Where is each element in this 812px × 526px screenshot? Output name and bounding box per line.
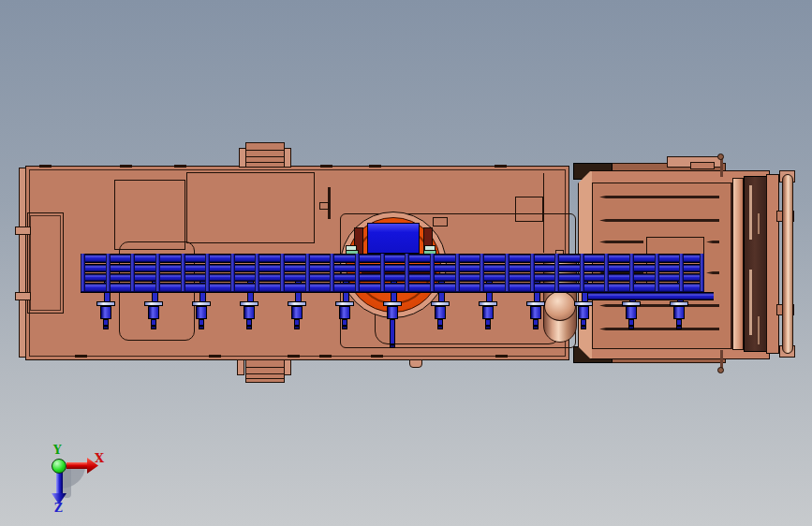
panel-seam-dash [209, 355, 221, 358]
boom-post [106, 254, 111, 291]
boom-post [81, 254, 85, 291]
boom-post [480, 254, 484, 291]
x-axis-label: X [95, 451, 104, 465]
boom-post [655, 254, 659, 291]
mirror-head-bottom [717, 367, 724, 373]
wiper-blade [749, 270, 752, 335]
spray-nozzle-shaft [581, 319, 586, 326]
boom-post [505, 254, 509, 291]
spray-nozzle-tip [676, 326, 682, 329]
cab-roof-groove [599, 241, 643, 243]
spray-nozzle-tip [199, 326, 204, 329]
boom-rail-row [81, 254, 704, 263]
spray-nozzle-body [530, 306, 541, 319]
deck-seam-right [543, 173, 544, 253]
deck-panel-main [186, 172, 315, 243]
drain-stub [409, 359, 422, 368]
center-pump-box [367, 223, 420, 254]
boom-offset-chord [588, 292, 714, 300]
spray-nozzle-shaft [533, 319, 539, 326]
bottom-ladder-steps [245, 359, 285, 383]
top-ladder-rail-right [284, 148, 291, 168]
spray-nozzle-body [435, 306, 446, 319]
valve-lever-hub [319, 202, 329, 210]
spray-nozzle-body [673, 306, 685, 319]
spray-nozzle-tip [628, 326, 634, 329]
spray-nozzle-tip [342, 326, 347, 329]
boom-post [679, 254, 684, 291]
spray-nozzle-body [196, 306, 207, 319]
boom-post [355, 254, 360, 291]
cab-cowl-pillar [732, 178, 744, 350]
panel-seam-dash [371, 355, 383, 358]
boom-post [280, 254, 285, 291]
boom-post [604, 254, 609, 291]
rear-bumper-strip [19, 168, 26, 358]
boom-post [629, 254, 634, 291]
spray-nozzle-tip [246, 326, 252, 329]
spray-nozzle-body [244, 306, 255, 319]
cab-roof-groove [599, 196, 719, 198]
panel-seam-dash [319, 355, 332, 358]
panel-seam-dash [39, 165, 52, 168]
mirror-head-top [717, 153, 724, 160]
x-axis-shaft [66, 462, 88, 469]
spray-nozzle-body [626, 306, 637, 319]
wiper-streak [758, 213, 760, 234]
boom-post [700, 254, 704, 291]
rear-hinge-top [15, 226, 31, 235]
deck-panel-left [114, 180, 185, 250]
cad-viewport[interactable]: Y X Z [0, 0, 812, 526]
spray-nozzle-shaft [628, 319, 634, 326]
boom-post [530, 254, 535, 291]
spray-nozzle-tip [533, 326, 539, 329]
spray-nozzle-tip [437, 326, 443, 329]
bottom-ladder-rail-right [284, 359, 291, 375]
spray-nozzle-body [578, 306, 589, 319]
panel-seam-dash [174, 165, 186, 168]
boom-post [205, 254, 210, 291]
spray-nozzle-tip [581, 326, 586, 329]
boom-rail-row [81, 264, 704, 272]
triad-origin-ball [52, 459, 66, 474]
small-access-port [433, 217, 448, 226]
wiper-streak [758, 316, 760, 344]
spray-nozzle-body [339, 306, 350, 319]
spray-nozzle-shaft [199, 319, 204, 326]
panel-seam-dash [369, 165, 381, 168]
cab-roof-groove [599, 328, 719, 330]
spray-nozzle-tip [485, 326, 491, 329]
spray-nozzle-shaft [390, 319, 395, 344]
spray-nozzle-shaft [294, 319, 300, 326]
panel-seam-dash [120, 165, 132, 168]
spray-nozzle-tip [294, 326, 300, 329]
spray-nozzle-tip [151, 326, 156, 329]
cab-front-edge [766, 174, 779, 354]
panel-seam-dash [288, 355, 300, 358]
boom-post [230, 254, 235, 291]
panel-seam-dash [320, 165, 332, 168]
boom-rail-row [81, 273, 704, 282]
spray-nozzle-body [148, 306, 159, 319]
boom-post [330, 254, 334, 291]
panel-seam-dash [495, 165, 507, 168]
spray-nozzle-shaft [342, 319, 347, 326]
panel-seam-dash [75, 355, 87, 358]
boom-post [430, 254, 435, 291]
boom-post [255, 254, 259, 291]
spray-nozzle-shaft [676, 319, 682, 326]
boom-post [554, 254, 559, 291]
boom-post [380, 254, 385, 291]
cab-roof-groove [599, 219, 719, 222]
tank-sphere [544, 291, 576, 321]
z-axis-label: Z [54, 502, 63, 515]
windshield [744, 176, 768, 352]
spray-nozzle-shaft [437, 319, 443, 326]
rear-hinge-bottom [15, 292, 31, 300]
spray-nozzle-body [482, 306, 494, 319]
z-axis-shaft [56, 473, 63, 494]
boom-post [181, 254, 185, 291]
spray-nozzle-shaft [103, 319, 109, 326]
boom-post [155, 254, 160, 291]
front-bumper-bar [782, 174, 793, 354]
